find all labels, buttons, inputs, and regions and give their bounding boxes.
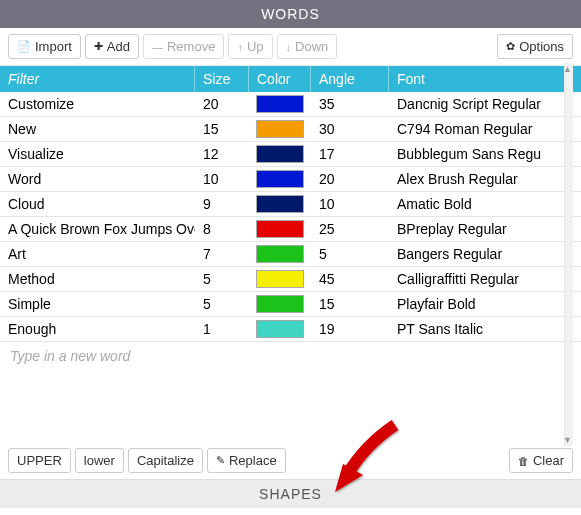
table-row[interactable]: New1530C794 Roman Regular▼ bbox=[0, 117, 581, 142]
remove-label: Remove bbox=[167, 39, 215, 54]
down-button[interactable]: ↓Down bbox=[277, 34, 338, 59]
table-row[interactable]: Art75Bangers Regular▼ bbox=[0, 242, 581, 267]
cell-word[interactable]: Visualize bbox=[0, 142, 195, 166]
scrollbar-track[interactable] bbox=[564, 63, 573, 446]
font-name: Amatic Bold bbox=[397, 196, 472, 212]
add-button[interactable]: ✚Add bbox=[85, 34, 139, 59]
cell-font[interactable]: Calligraffitti Regular▼ bbox=[389, 267, 581, 291]
cell-color[interactable] bbox=[249, 267, 311, 291]
cell-angle[interactable]: 20 bbox=[311, 167, 389, 191]
table-row[interactable]: A Quick Brown Fox Jumps Ove825BPreplay R… bbox=[0, 217, 581, 242]
cell-word[interactable]: Word bbox=[0, 167, 195, 191]
font-name: Bubblegum Sans Regu bbox=[397, 146, 541, 162]
cell-angle[interactable]: 10 bbox=[311, 192, 389, 216]
lowercase-button[interactable]: lower bbox=[75, 448, 124, 473]
col-color[interactable]: Color bbox=[249, 66, 311, 92]
minus-icon: — bbox=[152, 41, 163, 53]
cell-size[interactable]: 8 bbox=[195, 217, 249, 241]
cell-size[interactable]: 5 bbox=[195, 267, 249, 291]
color-swatch[interactable] bbox=[256, 120, 304, 138]
cell-font[interactable]: Dancnig Script Regular▼ bbox=[389, 92, 581, 116]
options-button[interactable]: ✿Options bbox=[497, 34, 573, 59]
cell-word[interactable]: New bbox=[0, 117, 195, 141]
scroll-up-icon[interactable]: ▲ bbox=[563, 64, 572, 74]
shapes-panel-title[interactable]: SHAPES bbox=[0, 479, 581, 508]
cell-color[interactable] bbox=[249, 92, 311, 116]
color-swatch[interactable] bbox=[256, 195, 304, 213]
color-swatch[interactable] bbox=[256, 295, 304, 313]
cell-color[interactable] bbox=[249, 117, 311, 141]
cell-angle[interactable]: 5 bbox=[311, 242, 389, 266]
cell-font[interactable]: Amatic Bold▼ bbox=[389, 192, 581, 216]
cell-font[interactable]: Alex Brush Regular▼ bbox=[389, 167, 581, 191]
cell-size[interactable]: 7 bbox=[195, 242, 249, 266]
cell-angle[interactable]: 30 bbox=[311, 117, 389, 141]
cell-size[interactable]: 20 bbox=[195, 92, 249, 116]
cell-size[interactable]: 15 bbox=[195, 117, 249, 141]
cell-font[interactable]: BPreplay Regular▼ bbox=[389, 217, 581, 241]
uppercase-button[interactable]: UPPER bbox=[8, 448, 71, 473]
col-filter[interactable]: Filter bbox=[0, 66, 195, 92]
table-row[interactable]: Visualize1217Bubblegum Sans Regu▼ bbox=[0, 142, 581, 167]
cell-angle[interactable]: 15 bbox=[311, 292, 389, 316]
col-font[interactable]: Font bbox=[389, 66, 581, 92]
scroll-down-icon[interactable]: ▼ bbox=[563, 435, 572, 445]
cell-color[interactable] bbox=[249, 167, 311, 191]
table-row[interactable]: Word1020Alex Brush Regular▼ bbox=[0, 167, 581, 192]
capitalize-button[interactable]: Capitalize bbox=[128, 448, 203, 473]
cell-size[interactable]: 5 bbox=[195, 292, 249, 316]
color-swatch[interactable] bbox=[256, 320, 304, 338]
cell-font[interactable]: PT Sans Italic▼ bbox=[389, 317, 581, 341]
table-row[interactable]: Simple515Playfair Bold▼ bbox=[0, 292, 581, 317]
cell-color[interactable] bbox=[249, 217, 311, 241]
color-swatch[interactable] bbox=[256, 95, 304, 113]
cell-angle[interactable]: 19 bbox=[311, 317, 389, 341]
cell-word[interactable]: Enough bbox=[0, 317, 195, 341]
cell-font[interactable]: Playfair Bold▼ bbox=[389, 292, 581, 316]
table-row[interactable]: Customize2035Dancnig Script Regular▼ bbox=[0, 92, 581, 117]
color-swatch[interactable] bbox=[256, 245, 304, 263]
table-row[interactable]: Method545Calligraffitti Regular▼ bbox=[0, 267, 581, 292]
color-swatch[interactable] bbox=[256, 220, 304, 238]
cell-angle[interactable]: 17 bbox=[311, 142, 389, 166]
color-swatch[interactable] bbox=[256, 270, 304, 288]
cell-size[interactable]: 10 bbox=[195, 167, 249, 191]
cell-size[interactable]: 1 bbox=[195, 317, 249, 341]
cell-word[interactable]: Customize bbox=[0, 92, 195, 116]
cell-word[interactable]: Art bbox=[0, 242, 195, 266]
cell-color[interactable] bbox=[249, 142, 311, 166]
arrow-down-icon: ↓ bbox=[286, 41, 292, 53]
color-swatch[interactable] bbox=[256, 145, 304, 163]
font-name: PT Sans Italic bbox=[397, 321, 483, 337]
replace-button[interactable]: ✎Replace bbox=[207, 448, 286, 473]
table-row[interactable]: Cloud910Amatic Bold▼ bbox=[0, 192, 581, 217]
col-size[interactable]: Size bbox=[195, 66, 249, 92]
cell-font[interactable]: Bubblegum Sans Regu▼ bbox=[389, 142, 581, 166]
words-panel-title: WORDS bbox=[0, 0, 581, 28]
col-angle[interactable]: Angle bbox=[311, 66, 389, 92]
cell-size[interactable]: 12 bbox=[195, 142, 249, 166]
font-name: Bangers Regular bbox=[397, 246, 502, 262]
cell-word[interactable]: Cloud bbox=[0, 192, 195, 216]
clear-button[interactable]: 🗑Clear bbox=[509, 448, 573, 473]
import-button[interactable]: 📄Import bbox=[8, 34, 81, 59]
new-word-input[interactable]: Type in a new word bbox=[0, 342, 581, 370]
cell-angle[interactable]: 35 bbox=[311, 92, 389, 116]
cell-color[interactable] bbox=[249, 317, 311, 341]
cell-color[interactable] bbox=[249, 242, 311, 266]
cell-font[interactable]: C794 Roman Regular▼ bbox=[389, 117, 581, 141]
cell-angle[interactable]: 45 bbox=[311, 267, 389, 291]
cell-font[interactable]: Bangers Regular▼ bbox=[389, 242, 581, 266]
cell-color[interactable] bbox=[249, 192, 311, 216]
table-row[interactable]: Enough119PT Sans Italic▼ bbox=[0, 317, 581, 342]
color-swatch[interactable] bbox=[256, 170, 304, 188]
cell-color[interactable] bbox=[249, 292, 311, 316]
cell-size[interactable]: 9 bbox=[195, 192, 249, 216]
remove-button[interactable]: —Remove bbox=[143, 34, 224, 59]
up-button[interactable]: ↑Up bbox=[228, 34, 272, 59]
cell-angle[interactable]: 25 bbox=[311, 217, 389, 241]
bottom-toolbar: UPPER lower Capitalize ✎Replace 🗑Clear bbox=[0, 442, 581, 479]
cell-word[interactable]: Method bbox=[0, 267, 195, 291]
cell-word[interactable]: Simple bbox=[0, 292, 195, 316]
cell-word[interactable]: A Quick Brown Fox Jumps Ove bbox=[0, 217, 195, 241]
